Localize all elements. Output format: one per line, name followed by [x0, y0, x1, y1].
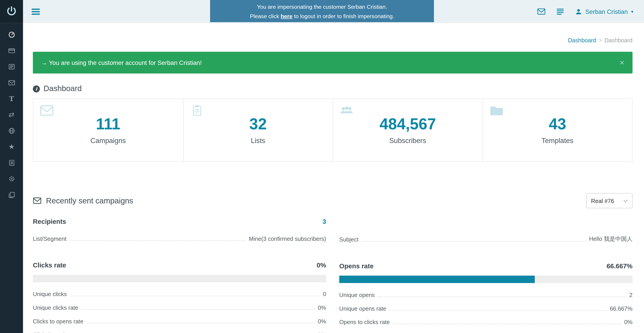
- recipients-row: Recipients 3: [33, 216, 326, 228]
- sidebar-item-articles[interactable]: [0, 59, 23, 75]
- folder-icon: [490, 104, 503, 118]
- menu-toggle-icon[interactable]: [32, 7, 40, 16]
- opens-rate-value: 66.667%: [607, 262, 632, 270]
- top-bar: You are impersonating the customer Serba…: [0, 0, 644, 23]
- user-icon: [575, 8, 582, 15]
- sidebar-item-lists[interactable]: [0, 155, 23, 171]
- alert-text: → You are using the customer account for…: [41, 59, 202, 66]
- opens-rate-row: Opens rate 66.667%: [339, 260, 632, 272]
- messages-envelope-icon[interactable]: [537, 8, 546, 16]
- credit-card-icon: [8, 47, 15, 54]
- stat-card-campaigns[interactable]: 111 Campaigns: [33, 99, 183, 161]
- breadcrumb-current: Dashboard: [604, 37, 632, 44]
- subject-value: Hello 我是中国人: [589, 236, 632, 243]
- stat-label: Subscribers: [389, 137, 426, 145]
- power-logo-icon: [5, 5, 18, 18]
- sidebar-item-api-keys[interactable]: [0, 187, 23, 203]
- page-heading: i Dashboard: [33, 84, 632, 93]
- recent-campaigns-title: Recently sent campaigns: [33, 196, 133, 205]
- dotted-leader: [69, 240, 246, 241]
- dotted-leader: [70, 296, 320, 296]
- list-segment-row: List/Segment Mine(3 confirmed subscriber…: [33, 232, 326, 246]
- impersonation-line2: Please click here to logout in order to …: [210, 12, 434, 21]
- copy-pages-icon: [8, 191, 15, 198]
- list-segment-label: List/Segment: [33, 236, 66, 242]
- star-icon: ★: [8, 144, 14, 150]
- font-t-icon: T: [9, 96, 14, 102]
- metric-row: Opens to clicks rate0%: [339, 316, 632, 329]
- dotted-leader: [86, 323, 315, 324]
- dotted-leader: [393, 324, 622, 324]
- info-icon: i: [33, 85, 40, 92]
- clicks-rate-row: Clicks rate 0%: [33, 259, 326, 272]
- stat-value: 484,567: [380, 116, 436, 133]
- dotted-leader: [81, 309, 315, 310]
- opens-rate-label: Opens rate: [339, 262, 374, 270]
- metric-row: Clicks to opens rate0%: [33, 315, 326, 328]
- stat-card-subscribers[interactable]: 484,567 Subscribers: [333, 99, 482, 161]
- clicks-column: Recipients 3 List/Segment Mine(3 confirm…: [33, 216, 326, 333]
- breadcrumb-parent-link[interactable]: Dashboard: [568, 37, 596, 44]
- recent-campaigns-header: Recently sent campaigns Real #76: [33, 193, 632, 208]
- sidebar-item-transactional-emails[interactable]: ⇄: [0, 107, 23, 123]
- opens-column: Subject Hello 我是中国人 Opens rate 66.667% U…: [339, 216, 632, 333]
- newspaper-icon: [8, 63, 15, 70]
- app-logo[interactable]: [0, 0, 23, 23]
- stat-label: Lists: [251, 137, 265, 145]
- campaign-selector-value: Real #76: [591, 198, 614, 204]
- app-window: You are impersonating the customer Serba…: [0, 0, 644, 333]
- impersonation-success-alert: → You are using the customer account for…: [33, 52, 632, 74]
- recipients-label: Recipients: [33, 218, 66, 226]
- sidebar-item-dashboard[interactable]: [0, 27, 23, 43]
- stats-row: 111 Campaigns 32 Lists: [33, 99, 632, 162]
- opens-progress-bar: [339, 276, 632, 283]
- stat-value: 32: [249, 116, 267, 133]
- sidebar-item-settings[interactable]: [0, 171, 23, 187]
- close-icon[interactable]: ×: [620, 59, 624, 66]
- metric-row: Click through rate0%: [33, 328, 326, 333]
- impersonation-banner: You are impersonating the customer Serba…: [210, 0, 434, 22]
- list-segment-value: Mine(3 confirmed subscribers): [249, 236, 326, 242]
- subject-row: Subject Hello 我是中国人: [339, 232, 632, 246]
- sidebar-item-domains[interactable]: [0, 123, 23, 139]
- clicks-rate-value: 0%: [317, 262, 326, 269]
- sidebar-item-favorites[interactable]: ★: [0, 139, 23, 155]
- recipients-value: 3: [322, 218, 326, 226]
- clicks-progress-bar: [33, 275, 326, 282]
- sidebar-item-price-plans[interactable]: [0, 43, 23, 59]
- account-menu[interactable]: Serban Cristian ▾: [575, 8, 633, 15]
- clicks-metrics: Unique clicks0 Unique clicks rate0% Clic…: [33, 288, 326, 333]
- metric-row: Unique clicks rate0%: [33, 301, 326, 315]
- opens-progress-fill: [339, 276, 535, 283]
- stat-card-templates[interactable]: 43 Templates: [482, 99, 632, 161]
- chevron-down-icon: ▾: [631, 9, 633, 14]
- gear-icon: [8, 176, 15, 182]
- campaign-stats-columns: Recipients 3 List/Segment Mine(3 confirm…: [33, 216, 632, 333]
- swap-arrows-icon: ⇄: [8, 111, 14, 118]
- logout-here-link[interactable]: here: [280, 13, 292, 19]
- envelope-icon: [40, 104, 54, 118]
- campaign-selector[interactable]: Real #76: [586, 193, 632, 208]
- breadcrumb-separator: >: [598, 37, 602, 44]
- top-bar-actions: Serban Cristian ▾: [537, 8, 644, 16]
- globe-icon: [8, 127, 15, 134]
- lists-stack-icon[interactable]: [556, 8, 564, 16]
- impersonation-line1: You are impersonating the customer Serba…: [210, 2, 434, 12]
- dotted-leader: [389, 310, 607, 310]
- stat-label: Campaigns: [90, 137, 126, 145]
- column-spacer: [339, 216, 632, 228]
- dashboard-gauge-icon: [8, 31, 15, 38]
- dotted-leader: [362, 241, 586, 242]
- subject-label: Subject: [339, 236, 358, 242]
- chevron-down-icon: [623, 198, 628, 204]
- breadcrumb: Dashboard>Dashboard: [33, 37, 632, 44]
- sidebar-item-campaigns[interactable]: [0, 75, 23, 91]
- metric-row: Unique opens2: [339, 288, 632, 302]
- stat-card-lists[interactable]: 32 Lists: [183, 99, 333, 161]
- main-content: Dashboard>Dashboard → You are using the …: [23, 23, 644, 333]
- clicks-rate-label: Clicks rate: [33, 262, 66, 269]
- metric-row: Unique clicks0: [33, 288, 326, 301]
- user-name: Serban Cristian: [585, 8, 628, 15]
- sidebar-item-templates[interactable]: T: [0, 91, 23, 107]
- clipboard-icon: [190, 104, 204, 118]
